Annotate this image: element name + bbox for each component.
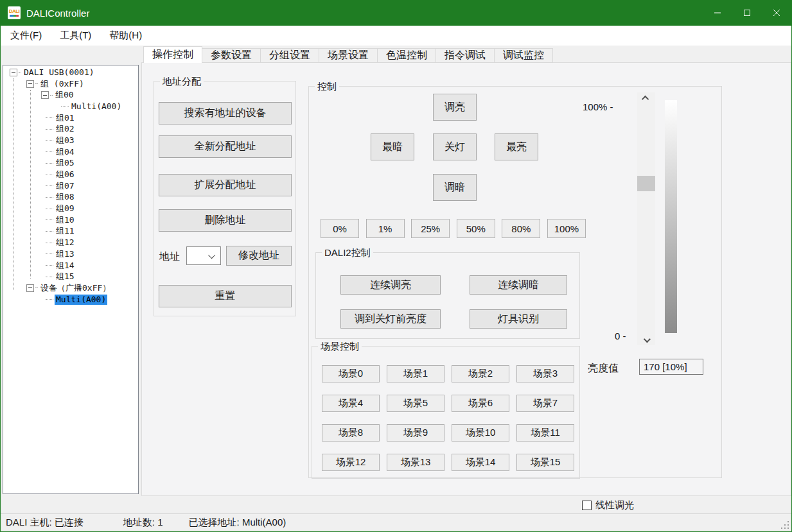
percent-50-button[interactable]: 50% bbox=[457, 219, 495, 238]
tree-node-group00[interactable]: 组00 bbox=[3, 89, 138, 101]
tree-node-group13[interactable]: 组13 bbox=[3, 248, 138, 260]
reset-button[interactable]: 重置 bbox=[159, 285, 292, 307]
status-host: DALI 主机: 已连接 bbox=[6, 517, 84, 529]
percent-100-button[interactable]: 100% bbox=[547, 219, 586, 238]
tree-node-device-broadcast[interactable]: 设备（广播0xFF） bbox=[3, 282, 138, 294]
tab-grouping-settings[interactable]: 分组设置 bbox=[261, 48, 319, 63]
tab-parameter-settings[interactable]: 参数设置 bbox=[202, 48, 261, 63]
tree-node-group06[interactable]: 组06 bbox=[3, 169, 138, 180]
scene-5-button[interactable]: 场景5 bbox=[387, 395, 444, 412]
linear-dimming-row: 线性调光 bbox=[582, 499, 634, 511]
maximize-button[interactable] bbox=[732, 0, 762, 26]
window-title: DALIController bbox=[26, 8, 89, 19]
tree-node-group11[interactable]: 组11 bbox=[3, 226, 138, 237]
status-address-count: 地址数: 1 bbox=[123, 517, 163, 529]
dim-down-button[interactable]: 调暗 bbox=[433, 174, 477, 201]
scene-0-button[interactable]: 场景0 bbox=[322, 365, 380, 382]
app-icon-bar bbox=[10, 15, 19, 17]
search-addressed-devices-button[interactable]: 搜索有地址的设备 bbox=[159, 102, 292, 124]
tab-debug-monitor[interactable]: 调试监控 bbox=[495, 48, 553, 63]
continuous-dim-up-button[interactable]: 连续调亮 bbox=[340, 275, 441, 295]
scene-4-button[interactable]: 场景4 bbox=[322, 395, 380, 412]
modify-address-button[interactable]: 修改地址 bbox=[226, 246, 292, 266]
device-tree: DALI USB(0001) 组 (0xFF) 组00 Multi(A00) 组… bbox=[3, 65, 139, 494]
percent-1-button[interactable]: 1% bbox=[366, 219, 405, 238]
scene-buttons-grid: 场景0 场景1 场景2 场景3 场景4 场景5 场景6 场景7 场景8 场景9 … bbox=[322, 365, 574, 471]
scene-13-button[interactable]: 场景13 bbox=[387, 454, 444, 471]
max-brightness-button[interactable]: 最亮 bbox=[495, 133, 538, 160]
menu-help[interactable]: 帮助(H) bbox=[100, 26, 151, 46]
tree-node-group09[interactable]: 组09 bbox=[3, 203, 138, 214]
scene-11-button[interactable]: 场景11 bbox=[516, 424, 574, 442]
extend-assign-addresses-button[interactable]: 扩展分配地址 bbox=[159, 174, 292, 196]
scene-2-button[interactable]: 场景2 bbox=[452, 365, 509, 382]
scene-10-button[interactable]: 场景10 bbox=[452, 424, 509, 442]
brightness-value-field[interactable]: 170 [10%] bbox=[639, 359, 703, 375]
collapse-icon[interactable] bbox=[26, 284, 34, 292]
scene-15-button[interactable]: 场景15 bbox=[516, 454, 574, 471]
luminaire-identify-button[interactable]: 灯具识别 bbox=[470, 309, 567, 329]
address-combobox[interactable] bbox=[186, 246, 221, 265]
tree-node-group07[interactable]: 组07 bbox=[3, 180, 138, 192]
resize-grip[interactable] bbox=[780, 520, 789, 529]
scene-9-button[interactable]: 场景9 bbox=[387, 424, 444, 442]
tree-node-group01[interactable]: 组01 bbox=[3, 112, 138, 124]
collapse-icon[interactable] bbox=[26, 80, 34, 88]
scene-1-button[interactable]: 场景1 bbox=[387, 365, 444, 382]
scrollbar-up-arrow[interactable] bbox=[637, 92, 655, 103]
percent-buttons-row: 0% 1% 25% 50% 80% 100% bbox=[321, 219, 586, 238]
lights-off-button[interactable]: 关灯 bbox=[433, 133, 477, 160]
scene-3-button[interactable]: 场景3 bbox=[516, 365, 574, 382]
tree-node-group15[interactable]: 组15 bbox=[3, 271, 138, 282]
close-button[interactable] bbox=[762, 0, 791, 26]
status-selected-address: 已选择地址: Multi(A00) bbox=[189, 517, 286, 529]
window-controls bbox=[703, 0, 791, 26]
recall-last-level-button[interactable]: 调到关灯前亮度 bbox=[340, 309, 441, 329]
address-label: 地址 bbox=[159, 250, 180, 264]
tree-node-root[interactable]: DALI USB(0001) bbox=[3, 67, 138, 78]
scene-12-button[interactable]: 场景12 bbox=[322, 454, 380, 471]
linear-dimming-label: 线性调光 bbox=[595, 499, 634, 511]
tree-node-group-root[interactable]: 组 (0xFF) bbox=[3, 78, 138, 90]
scene-8-button[interactable]: 场景8 bbox=[322, 424, 380, 442]
tab-color-temp-control[interactable]: 色温控制 bbox=[378, 48, 436, 63]
tree-node-group12[interactable]: 组12 bbox=[3, 237, 138, 248]
linear-dimming-checkbox[interactable] bbox=[582, 501, 592, 510]
scene-6-button[interactable]: 场景6 bbox=[452, 395, 509, 412]
collapse-icon[interactable] bbox=[41, 91, 49, 99]
percent-80-button[interactable]: 80% bbox=[502, 219, 540, 238]
tree-node-group03[interactable]: 组03 bbox=[3, 135, 138, 146]
scrollbar-thumb[interactable] bbox=[637, 176, 655, 191]
tree-node-group08[interactable]: 组08 bbox=[3, 192, 138, 203]
collapse-icon[interactable] bbox=[10, 69, 17, 76]
tree-node-group14[interactable]: 组14 bbox=[3, 260, 138, 271]
dim-up-button[interactable]: 调亮 bbox=[433, 94, 477, 121]
brightness-min-label: 0 - bbox=[615, 330, 626, 341]
tab-scene-settings[interactable]: 场景设置 bbox=[319, 48, 378, 63]
menu-file[interactable]: 文件(F) bbox=[1, 26, 51, 46]
tree-node-group05[interactable]: 组05 bbox=[3, 158, 138, 169]
statusbar: DALI 主机: 已连接 地址数: 1 已选择地址: Multi(A00) bbox=[1, 513, 791, 531]
delete-address-button[interactable]: 删除地址 bbox=[159, 209, 292, 232]
minimize-button[interactable] bbox=[703, 0, 732, 26]
percent-0-button[interactable]: 0% bbox=[321, 219, 359, 238]
tree-node-group02[interactable]: 组02 bbox=[3, 123, 138, 135]
scene-control-group-title: 场景控制 bbox=[318, 340, 362, 353]
tabstrip: 操作控制 参数设置 分组设置 场景设置 色温控制 指令调试 调试监控 bbox=[143, 46, 553, 63]
scene-7-button[interactable]: 场景7 bbox=[516, 395, 574, 412]
tree-node-multi-a00[interactable]: Multi(A00) bbox=[3, 101, 138, 112]
tree-node-group04[interactable]: 组04 bbox=[3, 146, 138, 158]
min-brightness-button[interactable]: 最暗 bbox=[371, 133, 414, 160]
scene-14-button[interactable]: 场景14 bbox=[452, 454, 509, 471]
percent-25-button[interactable]: 25% bbox=[411, 219, 450, 238]
tab-operation-control[interactable]: 操作控制 bbox=[143, 46, 202, 63]
control-group-title: 控制 bbox=[315, 80, 339, 93]
continuous-dim-down-button[interactable]: 连续调暗 bbox=[470, 275, 567, 295]
brightness-scrollbar[interactable] bbox=[637, 92, 655, 345]
menu-tools[interactable]: 工具(T) bbox=[51, 26, 100, 46]
scrollbar-down-arrow[interactable] bbox=[637, 334, 655, 345]
tree-node-group10[interactable]: 组10 bbox=[3, 214, 138, 226]
assign-new-addresses-button[interactable]: 全新分配地址 bbox=[159, 135, 292, 158]
tree-node-multi-a00-selected[interactable]: Multi(A00) bbox=[3, 294, 138, 305]
tab-command-debug[interactable]: 指令调试 bbox=[436, 48, 495, 63]
